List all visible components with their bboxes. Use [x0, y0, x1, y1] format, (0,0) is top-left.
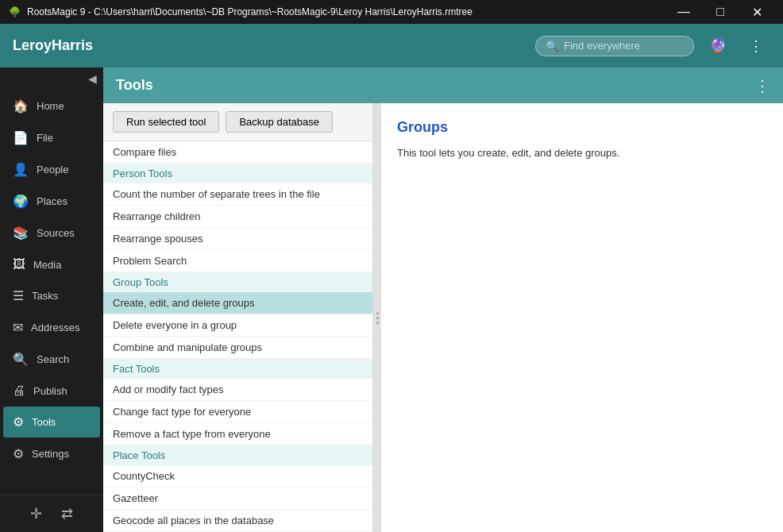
- tool-list-item[interactable]: Add or modify fact types: [103, 379, 372, 401]
- resize-dot-1: [376, 312, 379, 314]
- tools-icon: ⚙: [13, 414, 24, 430]
- sidebar-item-tools[interactable]: ⚙ Tools: [3, 407, 100, 438]
- sidebar-item-label-tools: Tools: [32, 416, 56, 428]
- settings-icon: ⚙: [13, 446, 24, 461]
- tool-list-item[interactable]: Rearrange children: [103, 206, 372, 228]
- sidebar-item-label-tasks: Tasks: [32, 290, 58, 302]
- resize-dot-2: [376, 317, 379, 319]
- backup-button[interactable]: Backup database: [226, 111, 332, 133]
- sidebar-item-label-places: Places: [37, 195, 68, 207]
- tool-list-item[interactable]: Delete everyone in a group: [103, 314, 372, 337]
- search-icon: 🔍: [546, 40, 559, 52]
- sidebar-item-home[interactable]: 🏠 Home: [3, 91, 100, 121]
- sidebar-item-settings[interactable]: ⚙ Settings: [3, 438, 100, 469]
- sidebar-bottom-left-button[interactable]: ✛: [24, 502, 48, 526]
- ai-icon: 🔮: [709, 37, 727, 55]
- sidebar-item-label-addresses: Addresses: [31, 322, 79, 333]
- sidebar-nav: 🏠 Home 📄 File 👤 People 🌍 Places 📚 Source…: [0, 90, 103, 470]
- app-header: LeroyHarris 🔍 🔮 ⋮: [0, 24, 783, 67]
- search-icon: 🔍: [13, 352, 29, 367]
- tool-category: Group Tools: [103, 272, 372, 292]
- page-header: Tools ⋮: [103, 67, 783, 103]
- tool-list-item[interactable]: Gazetteer: [103, 488, 372, 510]
- run-tool-button[interactable]: Run selected tool: [113, 111, 219, 133]
- sidebar-item-addresses[interactable]: ✉ Addresses: [3, 312, 100, 343]
- titlebar: 🌳 RootsMagic 9 - C:\Users\harri\Document…: [0, 0, 783, 24]
- sidebar-item-label-file: File: [37, 132, 53, 144]
- header-menu-icon: ⋮: [749, 37, 763, 55]
- file-icon: 📄: [13, 130, 29, 145]
- media-icon: 🖼: [13, 257, 25, 272]
- sidebar-bottom: ✛ ⇄: [0, 495, 103, 532]
- people-icon: 👤: [13, 162, 29, 177]
- tool-list-item[interactable]: Change fact type for everyone: [103, 401, 372, 423]
- tools-content: Run selected tool Backup database Compar…: [103, 103, 783, 532]
- minimize-button[interactable]: —: [665, 0, 702, 24]
- page-menu-button[interactable]: ⋮: [754, 76, 770, 95]
- sidebar-bottom-right-button[interactable]: ⇄: [55, 502, 79, 526]
- sidebar-item-tasks[interactable]: ☰ Tasks: [3, 280, 100, 311]
- sidebar-collapse: ◀: [0, 67, 103, 90]
- search-bar[interactable]: 🔍: [535, 36, 694, 56]
- header-menu-button[interactable]: ⋮: [742, 32, 770, 60]
- maximize-button[interactable]: □: [702, 0, 739, 24]
- sidebar-item-label-home: Home: [37, 100, 64, 112]
- tool-list-panel: Run selected tool Backup database Compar…: [103, 103, 373, 532]
- tool-list-item[interactable]: Problem Search: [103, 250, 372, 272]
- sidebar-item-label-search: Search: [37, 353, 69, 365]
- search-input[interactable]: [564, 40, 683, 52]
- sidebar-item-label-media: Media: [33, 259, 61, 271]
- tool-list-item[interactable]: Count the number of separate trees in th…: [103, 183, 372, 206]
- page-title: Tools: [116, 77, 153, 94]
- sidebar-item-label-people: People: [37, 164, 68, 175]
- publish-icon: 🖨: [13, 384, 25, 398]
- sidebar-item-label-sources: Sources: [37, 227, 75, 239]
- tool-list-item[interactable]: CountyCheck: [103, 465, 372, 488]
- ai-button[interactable]: 🔮: [704, 32, 732, 60]
- tool-category: Fact Tools: [103, 359, 372, 379]
- sidebar-item-publish[interactable]: 🖨 Publish: [3, 376, 100, 406]
- close-button[interactable]: ✕: [739, 0, 775, 24]
- content-area: Tools ⋮ Run selected tool Backup databas…: [103, 67, 783, 532]
- tool-list-scroll[interactable]: Compare filesPerson ToolsCount the numbe…: [103, 141, 372, 532]
- database-title: LeroyHarris: [13, 37, 526, 54]
- tool-list-item[interactable]: Combine and manipulate groups: [103, 337, 372, 359]
- sidebar-item-label-publish: Publish: [33, 385, 68, 397]
- tool-action-bar: Run selected tool Backup database: [103, 103, 372, 141]
- detail-title: Groups: [397, 119, 767, 136]
- tool-list-item[interactable]: Remove a fact type from everyone: [103, 423, 372, 445]
- sidebar-item-file[interactable]: 📄 File: [3, 122, 100, 153]
- sidebar-item-media[interactable]: 🖼 Media: [3, 249, 100, 279]
- detail-description: This tool lets you create, edit, and del…: [397, 145, 767, 161]
- addresses-icon: ✉: [13, 320, 23, 335]
- sidebar-item-places[interactable]: 🌍 Places: [3, 186, 100, 217]
- resize-handle[interactable]: [373, 103, 381, 532]
- app-icon: 🌳: [8, 6, 21, 18]
- detail-panel: Groups This tool lets you create, edit, …: [381, 103, 783, 532]
- tool-category: Person Tools: [103, 164, 372, 183]
- sidebar-item-search[interactable]: 🔍 Search: [3, 344, 100, 375]
- tasks-icon: ☰: [13, 288, 24, 303]
- tool-list: Compare filesPerson ToolsCount the numbe…: [103, 141, 372, 532]
- sidebar-item-label-settings: Settings: [32, 448, 69, 460]
- tool-list-item[interactable]: Geocode all places in the database: [103, 510, 372, 532]
- sidebar: ◀ 🏠 Home 📄 File 👤 People 🌍 Places 📚 Sour…: [0, 67, 103, 532]
- tool-list-item[interactable]: Compare files: [103, 141, 372, 164]
- titlebar-title: RootsMagic 9 - C:\Users\harri\Documents\…: [27, 6, 665, 17]
- sources-icon: 📚: [13, 226, 29, 241]
- sidebar-item-people[interactable]: 👤 People: [3, 154, 100, 185]
- sidebar-item-sources[interactable]: 📚 Sources: [3, 218, 100, 249]
- places-icon: 🌍: [13, 194, 29, 209]
- tool-list-item[interactable]: Create, edit, and delete groups: [103, 292, 372, 314]
- window-controls: — □ ✕: [665, 0, 775, 24]
- sidebar-collapse-button[interactable]: ◀: [88, 72, 97, 85]
- tool-category: Place Tools: [103, 445, 372, 465]
- tool-list-item[interactable]: Rearrange spouses: [103, 228, 372, 250]
- home-icon: 🏠: [13, 98, 29, 114]
- resize-dot-3: [376, 322, 379, 324]
